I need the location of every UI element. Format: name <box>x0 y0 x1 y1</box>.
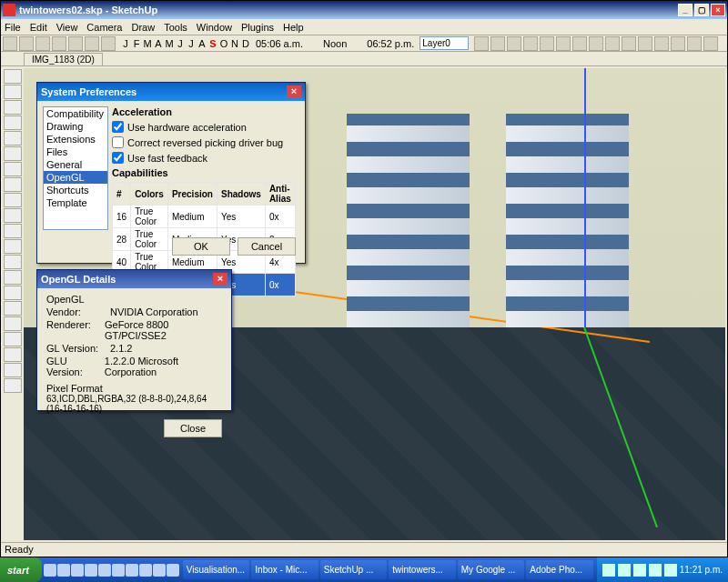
tape-icon[interactable] <box>4 224 22 238</box>
ql-icon[interactable] <box>44 564 56 577</box>
ge-toggle-icon[interactable] <box>687 36 702 51</box>
dialog-titlebar[interactable]: OpenGL Details × <box>37 270 231 288</box>
rotate-icon[interactable] <box>4 177 22 192</box>
ql-icon[interactable] <box>112 564 125 577</box>
ok-button[interactable]: OK <box>172 237 230 256</box>
taskbar-item[interactable]: twintowers... <box>389 560 455 579</box>
cancel-button[interactable]: Cancel <box>238 237 296 256</box>
tray-icon[interactable] <box>618 564 631 577</box>
walk-icon[interactable] <box>4 363 22 377</box>
section-icon[interactable] <box>605 36 620 51</box>
cat-general[interactable]: General <box>44 158 107 171</box>
move-icon[interactable] <box>4 162 22 176</box>
close-button[interactable]: Close <box>164 419 222 437</box>
dialog-titlebar[interactable]: System Preferences × <box>37 83 305 101</box>
ge-get-icon[interactable] <box>671 36 685 51</box>
print-icon[interactable] <box>85 36 99 51</box>
ql-icon[interactable] <box>71 564 84 577</box>
cat-compatibility[interactable]: Compatibility <box>44 107 107 120</box>
start-button[interactable]: start <box>0 557 42 582</box>
cat-template[interactable]: Template <box>44 196 107 209</box>
checkbox-hardware-accel[interactable]: Use hardware acceleration <box>112 121 296 133</box>
preferences-category-list[interactable]: Compatibility Drawing Extensions Files G… <box>43 106 108 230</box>
close-icon[interactable]: × <box>287 85 301 98</box>
text-icon[interactable] <box>4 239 22 254</box>
tray-icon[interactable] <box>602 564 615 577</box>
cat-shortcuts[interactable]: Shortcuts <box>44 184 107 196</box>
prev-view-icon[interactable] <box>4 347 22 362</box>
outliner-icon[interactable] <box>556 36 571 51</box>
cat-files[interactable]: Files <box>44 146 107 158</box>
circle-icon[interactable] <box>4 115 22 130</box>
tray-icon[interactable] <box>649 564 662 577</box>
model-info-icon[interactable] <box>101 36 116 51</box>
warehouse-icon[interactable] <box>638 36 652 51</box>
undo-icon[interactable] <box>52 36 66 51</box>
taskbar-item[interactable]: Inbox - Mic... <box>251 560 318 579</box>
rect-icon[interactable] <box>4 100 22 115</box>
close-icon[interactable]: × <box>213 273 228 286</box>
look-icon[interactable] <box>4 378 22 393</box>
menu-tools[interactable]: Tools <box>164 22 187 33</box>
paintbucket-icon[interactable] <box>4 255 22 269</box>
select-icon[interactable] <box>4 69 22 84</box>
tray-icon[interactable] <box>633 564 646 577</box>
taskbar-item[interactable]: My Google ... <box>458 560 524 579</box>
cat-opengl[interactable]: OpenGL <box>44 171 107 184</box>
clock[interactable]: 11:21 p.m. <box>680 565 723 575</box>
styles-icon[interactable] <box>523 36 538 51</box>
ql-icon[interactable] <box>139 564 152 577</box>
line-icon[interactable] <box>4 85 22 99</box>
ql-icon[interactable] <box>126 564 138 577</box>
paint-icon[interactable] <box>490 36 505 51</box>
materials-icon[interactable] <box>507 36 521 51</box>
shadow-time-control[interactable]: J F M A M J J A S O N D 05:06 a.m. Noon … <box>121 38 414 49</box>
menu-plugins[interactable]: Plugins <box>241 22 274 33</box>
pushpull-icon[interactable] <box>4 146 22 161</box>
component-icon[interactable] <box>474 36 489 51</box>
redo-icon[interactable] <box>68 36 83 51</box>
ql-icon[interactable] <box>167 564 179 577</box>
new-icon[interactable] <box>3 36 17 51</box>
eraser-icon[interactable] <box>4 270 22 285</box>
open-icon[interactable] <box>19 36 34 51</box>
menu-camera[interactable]: Camera <box>86 22 122 33</box>
ql-icon[interactable] <box>57 564 70 577</box>
app-close-button[interactable]: × <box>711 4 725 16</box>
save-icon[interactable] <box>35 36 50 51</box>
maximize-button[interactable]: ▢ <box>694 4 709 16</box>
minimize-button[interactable]: _ <box>678 4 693 16</box>
pan-icon[interactable] <box>4 301 22 316</box>
menu-edit[interactable]: Edit <box>30 22 47 33</box>
tray-icon[interactable] <box>664 564 677 577</box>
titlebar[interactable]: twintowers02.skp - SketchUp _ ▢ × <box>1 1 727 19</box>
orbit-icon[interactable] <box>4 286 22 300</box>
ql-icon[interactable] <box>153 564 166 577</box>
scenes-icon[interactable] <box>589 36 603 51</box>
ql-icon[interactable] <box>85 564 97 577</box>
scene-tab[interactable]: IMG_1183 (2D) <box>24 53 103 65</box>
menu-help[interactable]: Help <box>283 22 304 33</box>
ge-icon[interactable] <box>654 36 669 51</box>
layer-select[interactable] <box>420 36 469 50</box>
menu-view[interactable]: View <box>56 22 78 33</box>
ge-place-icon[interactable] <box>703 36 718 51</box>
cat-drawing[interactable]: Drawing <box>44 120 107 133</box>
ql-icon[interactable] <box>98 564 111 577</box>
menu-draw[interactable]: Draw <box>131 22 155 33</box>
menu-window[interactable]: Window <box>197 22 232 33</box>
arc-icon[interactable] <box>4 131 22 146</box>
layers-icon[interactable] <box>540 36 554 51</box>
scale-icon[interactable] <box>4 193 22 207</box>
offset-icon[interactable] <box>4 208 22 223</box>
cat-extensions[interactable]: Extensions <box>44 133 107 146</box>
checkbox-fast-feedback[interactable]: Use fast feedback <box>112 152 296 164</box>
taskbar-item[interactable]: Adobe Pho... <box>526 560 592 579</box>
menu-file[interactable]: File <box>5 22 21 33</box>
display-icon[interactable] <box>622 36 636 51</box>
taskbar-item[interactable]: Visualisation... <box>183 560 249 579</box>
zoom-extents-icon[interactable] <box>4 332 22 346</box>
shadows-icon[interactable] <box>572 36 587 51</box>
taskbar-item[interactable]: SketchUp ... <box>320 560 387 579</box>
zoom-icon[interactable] <box>4 316 22 331</box>
